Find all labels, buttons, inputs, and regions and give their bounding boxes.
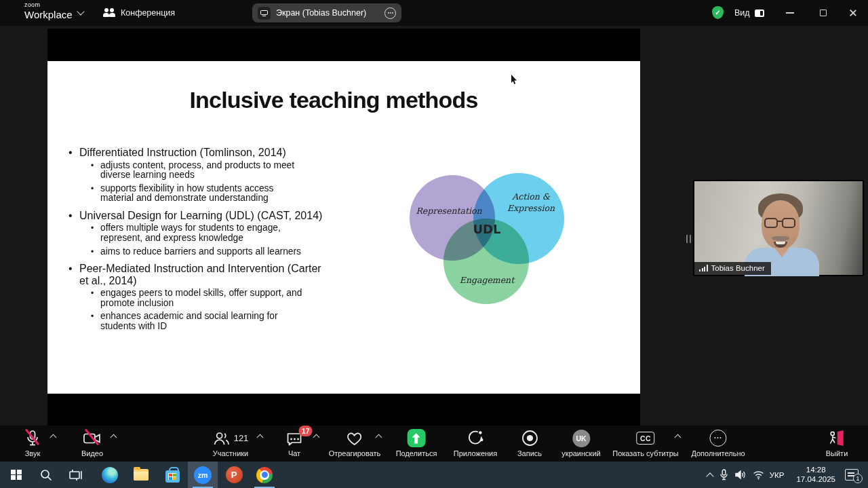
participants-count: 121 [234, 433, 249, 443]
tray-speaker-icon[interactable] [735, 470, 746, 480]
windows-logo-icon [11, 470, 22, 481]
leave-button[interactable]: Выйти [826, 429, 848, 457]
bullet-2: Universal Design for Learning (UDL) (CAS… [66, 210, 324, 222]
keyboard-language[interactable]: УКР [770, 471, 785, 479]
captions-button[interactable]: CC Показать субтитры [612, 429, 679, 457]
chevron-down-icon[interactable] [77, 7, 84, 15]
meeting-toolbar: Звук Видео 121 Участники [0, 426, 868, 462]
powerpoint-button[interactable]: P [219, 462, 249, 488]
more-button[interactable]: Дополнительно [691, 429, 745, 457]
participants-options-chevron[interactable] [257, 434, 264, 441]
bullet-list: Differentiated Instruction (Tomlinson, 2… [66, 147, 358, 338]
venn-label-expression: Expression [507, 203, 555, 213]
powerpoint-icon: P [226, 466, 243, 483]
chrome-icon [256, 467, 273, 483]
maximize-button[interactable] [808, 0, 838, 26]
participants-button[interactable]: 121 Участники [213, 429, 249, 457]
chat-button[interactable]: 17 Чат [286, 429, 303, 457]
start-button[interactable] [1, 462, 31, 488]
windows-taskbar: zm P УКР 14:28 17.04.20 [0, 462, 868, 488]
interpretation-button[interactable]: UK украинский [561, 429, 600, 457]
venn-label-udl: UDL [473, 222, 500, 236]
taskbar-search-button[interactable] [31, 462, 61, 488]
chat-options-chevron[interactable] [313, 434, 320, 441]
tray-wifi-icon[interactable] [753, 470, 764, 480]
tray-time: 14:28 [796, 466, 835, 475]
security-shield-icon[interactable]: ✓ [712, 6, 724, 19]
zoom-app-button[interactable]: zm [188, 462, 218, 488]
glasses [764, 218, 797, 229]
system-tray: УКР 14:28 17.04.2025 1 [707, 462, 868, 488]
record-button[interactable]: Запись [517, 429, 542, 457]
bullet-3: Peer-Mediated Instruction and Interventi… [66, 263, 324, 286]
brand-zoom: zoom [24, 2, 73, 8]
meeting-stage: Inclusive teaching methods Differentiate… [0, 26, 868, 426]
chrome-button[interactable] [250, 462, 279, 488]
tab-options-icon[interactable] [384, 7, 396, 19]
participants-icon [213, 430, 231, 447]
participant-name-tag: Tobias Buchner [694, 262, 771, 275]
mouse-cursor [511, 75, 517, 85]
participant-video-tile[interactable]: Tobias Buchner [693, 180, 864, 276]
notification-count-badge: 1 [853, 474, 863, 483]
venn-label-representation: Representation [416, 206, 481, 216]
search-icon [40, 469, 52, 481]
zoom-app-icon: zm [194, 466, 212, 484]
task-view-icon [69, 469, 83, 481]
participant-name: Tobias Buchner [711, 264, 765, 272]
zoom-meeting-window: zoom Workplace Конференция Экран (Tobias… [0, 0, 868, 488]
minimize-button[interactable] [775, 0, 805, 26]
action-center-icon[interactable]: 1 [845, 469, 859, 481]
brand-workplace: Workplace [24, 10, 73, 20]
view-button[interactable]: Вид [734, 5, 764, 20]
view-button-label: Вид [734, 8, 750, 18]
video-button[interactable]: Видео [81, 429, 103, 457]
tab-shared-screen[interactable]: Экран (Tobias Buchner) [252, 3, 401, 22]
list-item: Peer-Mediated Instruction and Interventi… [66, 263, 358, 331]
edge-icon [102, 467, 118, 483]
microsoft-store-icon [165, 470, 180, 483]
microphone-muted-icon [24, 429, 41, 447]
venn-label-action: Action & [512, 191, 550, 202]
bullet-3-sub-1: engages peers to model skills, offer sup… [91, 288, 308, 308]
layout-view-icon [755, 10, 764, 17]
screen-share-icon [258, 7, 271, 20]
taskbar-clock[interactable]: 14:28 17.04.2025 [796, 466, 835, 484]
edge-button[interactable] [95, 462, 125, 488]
list-item: Universal Design for Learning (UDL) (CAS… [66, 210, 358, 257]
tray-expand-chevron[interactable] [706, 472, 713, 480]
heart-icon [346, 430, 363, 447]
audio-button[interactable]: Звук [24, 429, 41, 457]
interpretation-language-icon: UK [572, 430, 590, 447]
task-view-button[interactable] [61, 462, 91, 488]
venn-label-engagement: Engagement [460, 275, 514, 285]
chat-unread-badge: 17 [299, 426, 313, 436]
bullet-3-sub-2: enhances academic and social learning fo… [91, 312, 308, 331]
tab-meeting[interactable]: Конференция [103, 5, 175, 21]
video-options-chevron[interactable] [111, 434, 117, 441]
close-button[interactable] [838, 0, 868, 26]
camera-off-icon [83, 429, 102, 447]
udl-venn-diagram: Representation Action & Expression UDL E… [400, 168, 631, 379]
audio-options-chevron[interactable] [50, 434, 57, 441]
tray-microphone-icon[interactable] [719, 469, 728, 481]
video-panel-handle[interactable] [686, 235, 691, 243]
connection-signal-icon [699, 265, 708, 271]
zoom-workplace-logo: zoom Workplace [24, 2, 73, 20]
apps-button[interactable]: Приложения [454, 429, 497, 457]
bullet-2-sub-2: aims to reduce barriers and supports all… [91, 247, 308, 257]
closed-captions-icon: CC [637, 432, 655, 445]
apps-icon [467, 430, 484, 447]
bullet-1: Differentiated Instruction (Tomlinson, 2… [66, 147, 324, 159]
record-icon [521, 430, 538, 447]
tray-date: 17.04.2025 [796, 475, 835, 485]
more-options-icon [709, 430, 726, 447]
slide-title: Inclusive teaching methods [47, 87, 620, 113]
reactions-button[interactable]: Отреагировать [329, 429, 381, 457]
microsoft-store-button[interactable] [157, 462, 187, 488]
tab-shared-screen-label: Экран (Tobias Buchner) [276, 8, 379, 18]
shared-screen-area: Inclusive teaching methods Differentiate… [47, 29, 640, 426]
file-explorer-button[interactable] [126, 462, 156, 488]
share-screen-button[interactable]: Поделиться [396, 429, 437, 457]
participants-icon [103, 8, 115, 18]
